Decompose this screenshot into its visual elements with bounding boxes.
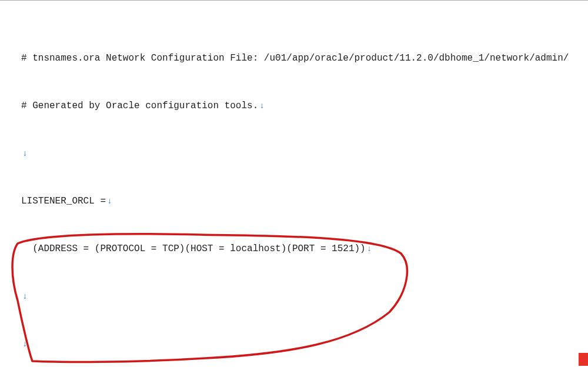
eol-icon: ↓ <box>22 292 27 301</box>
code-line: ↓ <box>0 336 588 352</box>
code-line: (ADDRESS = (PROTOCOL = TCP)(HOST = local… <box>0 241 588 257</box>
code-text: # Generated by Oracle configuration tool… <box>21 101 258 111</box>
right-bottom-marker <box>579 353 588 366</box>
eol-icon: ↓ <box>107 196 112 206</box>
code-text: LISTENER_ORCL = <box>21 196 106 206</box>
eol-icon: ↓ <box>22 339 27 349</box>
eol-icon: ↓ <box>259 101 264 111</box>
code-line: LISTENER_ORCL =↓ <box>0 193 588 209</box>
eol-icon: ↓ <box>367 244 372 253</box>
eol-icon: ↓ <box>22 149 27 158</box>
code-line: ↓ <box>0 146 588 162</box>
code-line: # tnsnames.ora Network Configuration Fil… <box>0 51 588 66</box>
code-text: (ADDRESS = (PROTOCOL = TCP)(HOST = local… <box>21 243 366 254</box>
code-text: # tnsnames.ora Network Configuration Fil… <box>21 53 569 64</box>
text-editor[interactable]: # tnsnames.ora Network Configuration Fil… <box>0 0 588 367</box>
code-line: # Generated by Oracle configuration tool… <box>0 98 588 114</box>
code-line: ↓ <box>0 289 588 305</box>
